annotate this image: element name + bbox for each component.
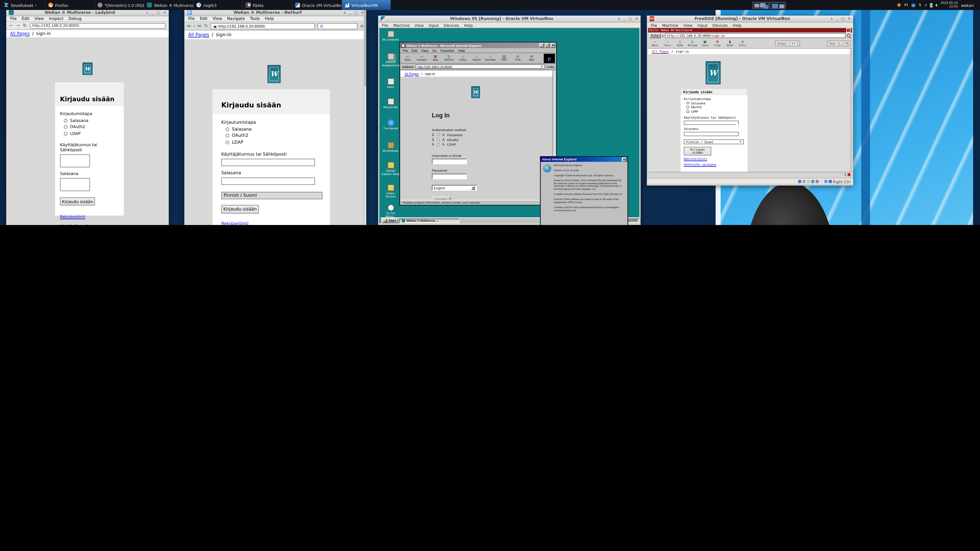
desktop-icon-network[interactable]: Network Neighborhood [381,53,400,67]
radio-ldap[interactable]: LDAP [221,140,321,144]
desktop-icon-ie-setup[interactable]: Internet Explorer Setup [381,162,400,176]
ladybird-titlebar[interactable]: WeKan ® Multiverse - Ladybird ∧_□✕ [6,10,169,16]
search-icon[interactable] [847,34,851,38]
maximize-icon[interactable]: □ [354,11,358,14]
menu-item[interactable]: Help [458,48,465,52]
radio-password[interactable]: ÂÂPassword [432,133,477,137]
maximize-icon[interactable]: □ [841,17,844,21]
user-menu[interactable]: wekan [961,3,976,7]
taskbar-button-wekan[interactable]: WeKan ® Multiverse - L... [144,0,193,10]
battery-icon[interactable] [930,3,932,7]
stop-button[interactable]: ✖Stop [712,40,723,47]
back-button[interactable]: ⇦Back [649,40,660,47]
menu-item[interactable]: File [402,48,408,52]
menu-item[interactable]: Help [733,23,741,27]
url-bar[interactable]: http://192.168.0.20:8000/ [30,23,165,28]
bookmarks-button[interactable]: ▮Book [724,40,735,47]
close-icon[interactable]: ✕ [622,157,626,162]
vbox-titlebar[interactable]: DOS FreeDOS [Running] - Oracle VM Virtua… [647,16,853,22]
desktop-icon-msn[interactable]: Try The Micros... [381,204,400,218]
signin-button[interactable]: Kirjaudu sisään [684,147,711,156]
radio-salasana[interactable]: Salasana [684,102,745,105]
font-button[interactable]: AFont [511,55,524,62]
menu-item[interactable]: View [414,23,424,27]
back-button[interactable]: ⇦Back [401,55,414,62]
radio-ldap[interactable]: ÂÂLDAP [432,143,477,146]
close-icon[interactable]: ✕ [635,17,638,21]
forward-icon[interactable]: → [16,23,20,28]
password-input[interactable] [684,132,739,136]
menu-item[interactable]: Devices [713,23,728,27]
menu-item[interactable]: Favorites [441,48,454,52]
password-input[interactable] [60,178,90,191]
taskbar-button-vboxvm[interactable]: 2VirtualBoxVM [342,0,391,10]
radio-salasana[interactable]: Salasana [221,127,321,132]
password-input[interactable] [432,173,467,179]
desktop-icon-recycle-bin[interactable]: Recycle Bin [381,98,400,109]
minimize-icon[interactable]: _ [349,11,351,14]
maximize-icon[interactable]: □ [628,17,632,21]
language-select[interactable]: Finnish / Suomi [221,192,323,199]
menu-item[interactable]: Inspect [49,16,64,21]
clear-url-icon[interactable]: ✕ [662,33,664,38]
username-input[interactable] [60,154,90,167]
close-icon[interactable]: ✕ [848,17,851,21]
taskbar-button-terminal[interactable]: 5Pääte [243,0,292,10]
back-dropdown-icon[interactable]: ▾ [193,24,195,27]
back-icon[interactable]: ⬅ [187,23,191,29]
scrollbar-thumb[interactable] [364,10,366,86]
dialog-titlebar[interactable]: About Internet Explorer ✕ [541,157,627,162]
all-pages-link[interactable]: All Pages [404,71,419,75]
reload-icon[interactable]: ↻ [23,23,27,28]
menu-item[interactable]: Edit [200,16,207,21]
back-icon[interactable]: ← [10,23,13,28]
home-button[interactable]: ⌂Home [674,40,686,47]
network-traffic-icon[interactable]: ⇅ [918,3,921,7]
forgot-password-link[interactable]: Unohtuiko salasana [60,224,119,225]
forward-button[interactable]: ⇨Forw [662,40,673,47]
scrollbar[interactable] [364,10,366,225]
all-pages-link[interactable]: All Pages [10,31,30,36]
menu-item[interactable]: Tools [250,16,260,21]
applications-menu[interactable]: Sovellukset ▾ [0,0,40,10]
maximize-icon[interactable]: □ [157,11,160,14]
menu-item[interactable]: Edit [412,48,417,52]
menu-item[interactable]: Help [265,16,274,21]
shade-icon[interactable]: ∧ [344,11,346,14]
forgot-password-link[interactable]: Unohtuiko salasana [684,163,745,166]
desktop-icon-inbox[interactable]: Inbox [381,78,400,89]
menu-item[interactable]: View [213,16,222,21]
tools-button[interactable]: ⚙Tools [737,40,748,47]
search-button[interactable]: ○Search [470,55,483,62]
search-field[interactable]: G [318,23,358,29]
scrollbar[interactable] [850,49,852,171]
close-icon[interactable]: ✕ [163,11,166,14]
desktop-icon-the-internet[interactable]: The Internet [381,119,400,130]
language-select[interactable]: English▼ [432,185,477,191]
radio-ldap[interactable]: LDAP [684,110,745,113]
stop-button[interactable]: ✖Stop [429,55,442,62]
menu-item[interactable]: File [382,23,388,27]
menu-item[interactable]: Machine [393,23,409,27]
minimize-icon[interactable]: _ [836,17,838,21]
file-menu-button[interactable]: File [649,33,660,38]
menu-item[interactable]: Devices [444,23,459,27]
keyboard-indicator-icon[interactable] [897,3,901,7]
menu-item[interactable]: Help [464,23,473,27]
minimize-icon[interactable]: _ [151,11,153,14]
reload-icon[interactable]: ↻ [204,23,208,29]
taskbar-button-firefox[interactable]: 3Firefox [45,0,94,10]
password-input[interactable] [221,177,315,184]
desktop-icon-online-services[interactable]: Online Services [381,184,400,198]
menu-icon[interactable]: ≡ [360,24,364,29]
links-label[interactable]: Links [547,65,555,68]
menu-item[interactable]: View [422,48,428,52]
shade-icon[interactable]: ∧ [146,11,148,14]
dillo-titlebar[interactable]: Dillo: WeKan Â® Multiverse ✕ [648,28,852,32]
forward-icon[interactable]: ➡ [197,23,201,29]
radio-ldap[interactable]: LDAP [60,131,119,136]
save-button[interactable]: ▣Save [699,40,711,47]
taskbar-button-vbox-manager[interactable]: Oracle VM VirtualBox M... [292,0,341,10]
maximize-icon[interactable]: □ [545,43,549,48]
refresh-button[interactable]: ↻Refresh [442,55,455,62]
